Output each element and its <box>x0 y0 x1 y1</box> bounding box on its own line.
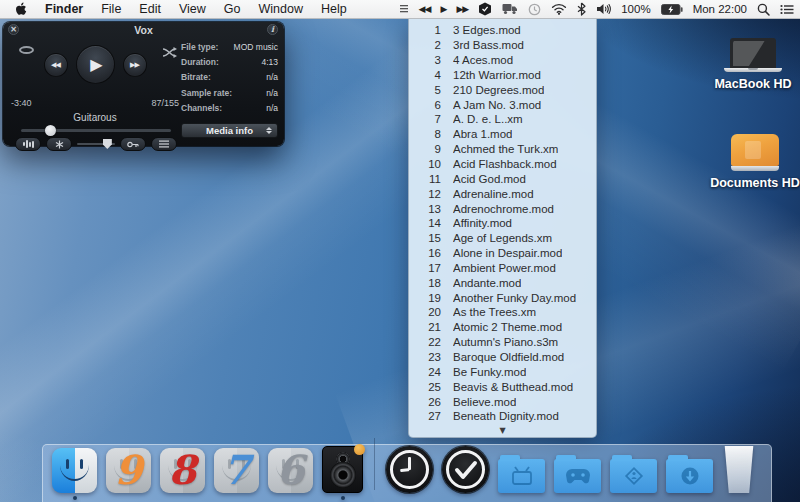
equalizer-button[interactable] <box>15 137 41 151</box>
list-item[interactable]: 12Adrenaline.mod <box>409 186 596 201</box>
trash-icon <box>722 446 756 493</box>
dock-trash[interactable] <box>722 446 756 493</box>
vox-player-window[interactable]: ✕ Vox i ◀◀ ▶ ▶▶ -3:40 87/155 Guitarous <box>3 22 284 146</box>
volume-knob[interactable] <box>103 139 112 149</box>
menu-finder[interactable]: Finder <box>36 0 92 19</box>
list-item[interactable]: 15Age of Legends.xm <box>409 231 596 246</box>
play-icon[interactable]: ▶ <box>440 4 446 14</box>
menu-go[interactable]: Go <box>215 0 250 19</box>
dock-folder-games[interactable] <box>554 459 601 493</box>
list-item[interactable]: 19Another Funky Day.mod <box>409 290 596 305</box>
bottom-controls <box>15 137 177 151</box>
media-info-label: Media info <box>206 125 253 136</box>
list-item[interactable]: 22Autumn's Piano.s3m <box>409 335 596 350</box>
menu-view[interactable]: View <box>170 0 215 19</box>
dock-classic-6[interactable]: 6 <box>268 448 313 493</box>
dock-folder-downloads[interactable] <box>666 459 713 493</box>
list-item[interactable]: 6A Jam No. 3.mod <box>409 97 596 112</box>
download-folder-icon <box>666 459 713 493</box>
finder-icon <box>52 448 97 493</box>
list-item[interactable]: 21Atomic 2 Theme.mod <box>409 320 596 335</box>
list-item[interactable]: 13 Edges.mod <box>409 23 596 38</box>
list-item[interactable]: 25Beavis & Butthead.mod <box>409 379 596 394</box>
track-position: 87/155 <box>151 98 179 108</box>
time-machine-icon[interactable] <box>528 3 541 16</box>
vox-info-rows: File type:MOD musicDuration:4:13Bitrate:… <box>181 42 278 118</box>
volume-slider[interactable] <box>77 138 115 150</box>
notification-center-icon[interactable] <box>780 4 794 15</box>
menu-help[interactable]: Help <box>312 0 356 19</box>
volume-label: MacBook HD <box>703 77 800 91</box>
clock-icon <box>386 446 433 493</box>
next-button[interactable]: ▶▶ <box>123 53 147 77</box>
media-info-row: File type:MOD music <box>181 42 278 52</box>
window-title: Vox <box>134 24 152 36</box>
list-item[interactable]: 16Alone in Despair.mod <box>409 246 596 261</box>
track-name: Guitarous <box>11 112 179 123</box>
key-button[interactable] <box>120 137 146 151</box>
dock-checkmark-app[interactable] <box>442 446 489 493</box>
list-item[interactable]: 412th Warrior.mod <box>409 68 596 83</box>
list-item[interactable]: 8Abra 1.mod <box>409 127 596 142</box>
info-button[interactable]: i <box>267 24 278 35</box>
macbook-hd-icon <box>703 38 800 72</box>
list-item[interactable]: 26Believe.mod <box>409 394 596 409</box>
list-item[interactable]: 14Affinity.mod <box>409 216 596 231</box>
list-item[interactable]: 34 Aces.mod <box>409 53 596 68</box>
list-item[interactable]: 7A. D. e. L..xm <box>409 112 596 127</box>
list-item[interactable]: 10Acid Flashback.mod <box>409 157 596 172</box>
bluetooth-icon[interactable] <box>577 2 586 16</box>
list-item[interactable]: 11Acid God.mod <box>409 171 596 186</box>
list-item[interactable]: 17Ambient Power.mod <box>409 261 596 276</box>
rewind-icon[interactable]: ◀◀ <box>419 4 431 14</box>
progress-slider[interactable] <box>21 129 171 132</box>
scroll-more-arrow[interactable]: ▼ <box>409 426 596 435</box>
playlist-button[interactable] <box>151 137 177 151</box>
wifi-icon[interactable] <box>551 3 567 15</box>
list-item[interactable]: 9Achmed the Turk.xm <box>409 142 596 157</box>
progress-knob[interactable] <box>45 125 56 136</box>
documents-hd-icon <box>705 134 800 171</box>
media-info-dropdown[interactable]: Media info <box>181 123 278 138</box>
effects-button[interactable] <box>46 137 72 151</box>
dock-classic-7[interactable]: 7 <box>214 448 259 493</box>
dock-classic-8[interactable]: 8 <box>160 448 205 493</box>
dock-finder[interactable] <box>52 448 97 493</box>
play-button[interactable]: ▶ <box>76 45 115 84</box>
battery-percent: 100% <box>621 3 650 15</box>
list-item[interactable]: 20As the Trees.xm <box>409 305 596 320</box>
menu-file[interactable]: File <box>92 0 130 19</box>
list-item[interactable]: 23Baroque Oldfield.mod <box>409 350 596 365</box>
spotlight-search-icon[interactable] <box>757 3 770 16</box>
game-controller-folder-icon <box>554 459 601 493</box>
truck-icon[interactable] <box>502 3 518 15</box>
desktop-icon-documents-hd[interactable]: Documents HD <box>705 134 800 190</box>
list-item[interactable]: 13Adrenochrome.mod <box>409 201 596 216</box>
dock-clock-app[interactable] <box>386 446 433 493</box>
key-icon <box>127 141 139 148</box>
playlist-lines-icon[interactable] <box>399 4 409 14</box>
dock-folder-movies[interactable] <box>498 459 545 493</box>
notification-badge <box>354 444 365 455</box>
vox-titlebar[interactable]: ✕ Vox i <box>3 22 284 37</box>
forward-icon[interactable]: ▶▶ <box>456 4 468 14</box>
dock-classic-9[interactable]: 9 <box>106 448 151 493</box>
previous-button[interactable]: ◀◀ <box>44 53 68 77</box>
cube-app-icon[interactable] <box>478 2 492 16</box>
dock-folder-utilities[interactable] <box>610 459 657 493</box>
menu-window[interactable]: Window <box>249 0 311 19</box>
apple-menu[interactable] <box>6 2 36 16</box>
dock-vox-speaker[interactable] <box>322 446 363 493</box>
volume-icon[interactable] <box>596 3 611 15</box>
classic-6-icon: 6 <box>268 448 313 493</box>
checkmark-icon <box>442 446 489 493</box>
list-item[interactable]: 18Andante.mod <box>409 275 596 290</box>
list-item[interactable]: 5210 Degrees.mod <box>409 82 596 97</box>
desktop-icon-macbook-hd[interactable]: MacBook HD <box>703 38 800 91</box>
menu-bar-clock[interactable]: Mon 22:00 <box>693 3 747 15</box>
list-item[interactable]: 27Beneath Dignity.mod <box>409 409 596 424</box>
close-button[interactable]: ✕ <box>8 24 19 35</box>
list-item[interactable]: 23rd Bass.mod <box>409 38 596 53</box>
list-item[interactable]: 24Be Funky.mod <box>409 364 596 379</box>
menu-edit[interactable]: Edit <box>130 0 170 19</box>
